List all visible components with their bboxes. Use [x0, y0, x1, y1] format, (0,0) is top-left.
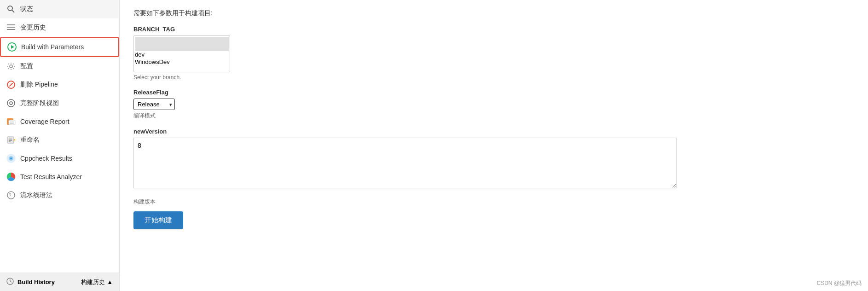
sidebar-item-delete-pipeline-label: 删除 Pipeline	[20, 81, 58, 89]
sidebar-item-pipeline-syntax-label: 流水线语法	[20, 191, 52, 199]
build-history-icon	[6, 278, 14, 286]
svg-line-29	[10, 281, 12, 282]
main-content: 需要如下参数用于构建项目: BRANCH_TAG dev WindowsDev …	[120, 0, 868, 291]
compile-mode-label: 编译模式	[133, 112, 854, 120]
rename-icon	[6, 135, 16, 145]
pipeline-icon: ?	[6, 191, 16, 200]
sidebar-item-coverage-report[interactable]: Coverage Report	[0, 112, 119, 131]
sidebar-item-test-results[interactable]: Test Results Analyzer	[0, 168, 119, 186]
sidebar-item-cppcheck[interactable]: Cppcheck Results	[0, 149, 119, 168]
branch-tag-section: BRANCH_TAG dev WindowsDev Select your br…	[133, 26, 854, 81]
svg-rect-2	[7, 24, 15, 25]
svg-marker-6	[11, 45, 14, 49]
sidebar-item-change-history-label: 变更历史	[20, 23, 46, 32]
sidebar-item-cppcheck-label: Cppcheck Results	[20, 155, 72, 162]
build-history-label: Build History	[17, 279, 55, 285]
release-flag-section: ReleaseFlag Release Debug ▾ 编译模式	[133, 89, 854, 120]
svg-line-9	[9, 83, 12, 86]
list-icon	[6, 23, 16, 32]
gear-icon	[6, 62, 16, 71]
sidebar-item-status[interactable]: 状态	[0, 0, 119, 18]
stages-icon	[6, 99, 16, 108]
svg-rect-16	[7, 137, 14, 143]
sidebar-item-config-label: 配置	[20, 62, 33, 70]
coverage-icon	[6, 117, 16, 126]
svg-point-10	[7, 99, 15, 107]
sidebar-footer: Build History 构建历史 ▲	[0, 273, 119, 291]
new-version-section: newVersion 8	[133, 128, 854, 190]
svg-point-0	[8, 6, 12, 11]
release-select[interactable]: Release Debug	[133, 99, 175, 110]
build-version-label: 构建版本	[133, 198, 854, 206]
svg-rect-4	[7, 29, 15, 30]
svg-text:?: ?	[9, 193, 12, 198]
sidebar-item-status-label: 状态	[20, 5, 33, 13]
release-flag-label: ReleaseFlag	[133, 89, 854, 96]
sidebar-item-rename[interactable]: 重命名	[0, 131, 119, 149]
svg-line-1	[12, 10, 14, 12]
watermark: CSDN @猛男代码	[816, 279, 862, 287]
branch-tag-listbox[interactable]: dev WindowsDev	[133, 35, 230, 72]
search-icon	[6, 5, 16, 14]
sidebar-item-pipeline-syntax[interactable]: ? 流水线语法	[0, 186, 119, 204]
sidebar-item-build-with-params[interactable]: Build with Parameters	[0, 37, 119, 57]
page-intro: 需要如下参数用于构建项目:	[133, 9, 854, 17]
no-icon	[6, 80, 16, 89]
svg-point-23	[10, 157, 12, 159]
cppcheck-icon	[6, 154, 16, 163]
svg-point-11	[10, 102, 12, 105]
sidebar-item-rename-label: 重命名	[20, 136, 40, 144]
svg-point-7	[10, 65, 12, 68]
new-version-label: newVersion	[133, 128, 854, 135]
build-history-right-label: 构建历史	[81, 278, 105, 286]
build-button[interactable]: 开始构建	[133, 211, 183, 229]
branch-hint: Select your branch.	[133, 74, 854, 81]
build-params-icon	[7, 42, 17, 52]
sidebar: 状态 变更历史 Build with Parameters 配置	[0, 0, 120, 291]
sidebar-item-full-stage-view-label: 完整阶段视图	[20, 99, 59, 107]
sidebar-item-change-history[interactable]: 变更历史	[0, 18, 119, 37]
sidebar-item-build-params-label: Build with Parameters	[21, 43, 84, 51]
svg-rect-13	[9, 120, 15, 125]
chevron-up-icon: ▲	[107, 279, 113, 285]
sidebar-item-full-stage-view[interactable]: 完整阶段视图	[0, 94, 119, 112]
build-history-right[interactable]: 构建历史 ▲	[81, 278, 113, 286]
new-version-textarea[interactable]: 8	[133, 138, 677, 188]
branch-tag-label: BRANCH_TAG	[133, 26, 854, 33]
sidebar-item-test-results-label: Test Results Analyzer	[20, 173, 82, 180]
test-icon	[6, 172, 16, 181]
release-select-wrapper: Release Debug ▾	[133, 99, 175, 110]
sidebar-item-config[interactable]: 配置	[0, 57, 119, 76]
sidebar-item-coverage-report-label: Coverage Report	[20, 118, 69, 125]
sidebar-item-delete-pipeline[interactable]: 删除 Pipeline	[0, 76, 119, 94]
svg-rect-3	[7, 27, 15, 28]
